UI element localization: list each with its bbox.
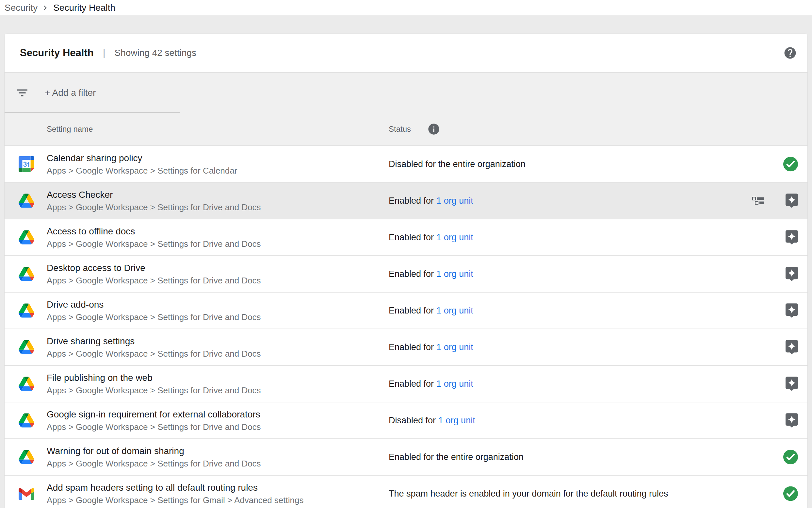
setting-path: Apps > Google Workspace > Settings for D… xyxy=(47,276,261,285)
status-text: Enabled for xyxy=(389,196,434,206)
table-row[interactable]: Google sign-in requirement for external … xyxy=(5,403,807,439)
org-unit-link[interactable]: 1 org unit xyxy=(436,269,473,279)
settings-count: Showing 42 settings xyxy=(115,48,197,58)
recommendation-badge-icon[interactable] xyxy=(785,340,798,354)
column-setting-name: Setting name xyxy=(5,125,93,134)
status-header-label: Status xyxy=(389,125,411,134)
setting-status: Disabled for 1 org unit xyxy=(389,416,475,426)
setting-path: Apps > Google Workspace > Settings for D… xyxy=(47,202,261,212)
info-icon[interactable] xyxy=(427,123,440,136)
status-text: Enabled for xyxy=(389,379,434,389)
status-ok-check-icon xyxy=(783,450,798,465)
table-row[interactable]: File publishing on the web Apps > Google… xyxy=(5,366,807,403)
google-drive-icon xyxy=(18,303,34,319)
status-text: Enabled for xyxy=(389,306,434,316)
org-unit-link[interactable]: 1 org unit xyxy=(436,342,473,352)
status-text: Enabled for the entire organization xyxy=(389,452,524,462)
setting-status: Enabled for 1 org unit xyxy=(389,306,473,316)
setting-name[interactable]: Drive add-ons xyxy=(47,299,261,310)
setting-name[interactable]: Google sign-in requirement for external … xyxy=(47,409,261,420)
setting-status: Enabled for 1 org unit xyxy=(389,196,473,206)
setting-name[interactable]: Add spam headers setting to all default … xyxy=(47,482,303,493)
setting-name[interactable]: Calendar sharing policy xyxy=(47,153,237,163)
setting-path: Apps > Google Workspace > Settings for D… xyxy=(47,459,261,468)
card-header: Security Health | Showing 42 settings xyxy=(5,34,807,73)
org-unit-link[interactable]: 1 org unit xyxy=(438,416,475,426)
status-ok-check-icon xyxy=(783,157,798,172)
table-row[interactable]: Add spam headers setting to all default … xyxy=(5,476,807,508)
table-row[interactable]: Desktop access to Drive Apps > Google Wo… xyxy=(5,256,807,293)
setting-path: Apps > Google Workspace > Settings for D… xyxy=(47,349,261,358)
add-filter-button[interactable]: + Add a filter xyxy=(45,88,96,98)
status-text: The spam header is enabled in your domai… xyxy=(389,489,668,499)
table-row[interactable]: Access to offline docs Apps > Google Wor… xyxy=(5,219,807,256)
org-unit-link[interactable]: 1 org unit xyxy=(436,306,473,316)
google-drive-icon xyxy=(18,229,34,245)
recommendation-badge-icon[interactable] xyxy=(785,413,798,428)
setting-status: Enabled for 1 org unit xyxy=(389,269,473,279)
recommendation-badge-icon[interactable] xyxy=(785,303,798,318)
setting-path: Apps > Google Workspace > Settings for D… xyxy=(47,422,261,432)
setting-status: Enabled for 1 org unit xyxy=(389,342,473,352)
table-row[interactable]: Access Checker Apps > Google Workspace >… xyxy=(5,183,807,219)
org-unit-link[interactable]: 1 org unit xyxy=(436,232,473,243)
table-row[interactable]: Drive sharing settings Apps > Google Wor… xyxy=(5,329,807,366)
setting-path: Apps > Google Workspace > Settings for D… xyxy=(47,385,261,395)
title-separator: | xyxy=(103,47,105,58)
status-text: Disabled for xyxy=(389,416,436,426)
filter-list-icon[interactable] xyxy=(15,86,29,100)
org-units-icon[interactable] xyxy=(752,197,764,205)
status-text: Enabled for xyxy=(389,342,434,352)
recommendation-badge-icon[interactable] xyxy=(785,267,798,281)
table-row[interactable]: Calendar sharing policy Apps > Google Wo… xyxy=(5,146,807,183)
setting-status: The spam header is enabled in your domai… xyxy=(389,489,668,499)
gmail-icon xyxy=(18,488,34,500)
google-calendar-icon xyxy=(18,156,34,172)
setting-status: Disabled for the entire organization xyxy=(389,159,526,169)
google-drive-icon xyxy=(18,413,34,428)
recommendation-badge-icon[interactable] xyxy=(785,377,798,391)
org-unit-link[interactable]: 1 org unit xyxy=(436,196,473,206)
security-health-card: Security Health | Showing 42 settings + … xyxy=(5,34,807,508)
setting-name[interactable]: Access Checker xyxy=(47,189,261,200)
setting-path: Apps > Google Workspace > Settings for C… xyxy=(47,166,237,175)
status-text: Disabled for the entire organization xyxy=(389,159,526,169)
column-status: Status xyxy=(389,123,440,136)
table-row[interactable]: Drive add-ons Apps > Google Workspace > … xyxy=(5,293,807,329)
setting-path: Apps > Google Workspace > Settings for D… xyxy=(47,312,261,322)
google-drive-icon xyxy=(18,193,34,209)
setting-name[interactable]: Drive sharing settings xyxy=(47,336,261,346)
setting-path: Apps > Google Workspace > Settings for G… xyxy=(47,495,303,505)
setting-name[interactable]: Desktop access to Drive xyxy=(47,263,261,273)
setting-status: Enabled for the entire organization xyxy=(389,452,524,462)
google-drive-icon xyxy=(18,449,34,465)
google-drive-icon xyxy=(18,339,34,355)
page-title: Security Health xyxy=(20,47,94,59)
google-drive-icon xyxy=(18,266,34,282)
recommendation-badge-icon[interactable] xyxy=(785,230,798,245)
setting-name[interactable]: Warning for out of domain sharing xyxy=(47,446,261,456)
recommendation-badge-icon[interactable] xyxy=(785,194,798,208)
google-drive-icon xyxy=(18,376,34,392)
status-text: Enabled for xyxy=(389,269,434,279)
setting-name[interactable]: File publishing on the web xyxy=(47,373,261,383)
filter-bar: + Add a filter xyxy=(5,73,807,113)
setting-status: Enabled for 1 org unit xyxy=(389,232,473,243)
setting-path: Apps > Google Workspace > Settings for D… xyxy=(47,239,261,249)
org-unit-link[interactable]: 1 org unit xyxy=(436,379,473,389)
status-ok-check-icon xyxy=(783,486,798,501)
help-icon[interactable] xyxy=(783,46,797,60)
setting-name[interactable]: Access to offline docs xyxy=(47,226,261,237)
table-header: Setting name Status xyxy=(5,113,807,146)
status-text: Enabled for xyxy=(389,232,434,243)
table-row[interactable]: Warning for out of domain sharing Apps >… xyxy=(5,439,807,476)
setting-status: Enabled for 1 org unit xyxy=(389,379,473,389)
